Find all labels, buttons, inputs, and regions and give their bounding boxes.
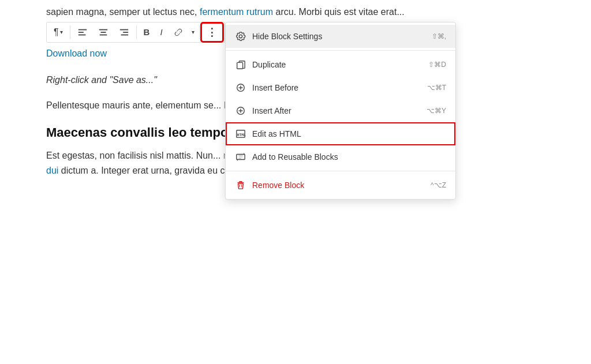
remove-block-shortcut: ^⌥Z [431, 181, 446, 189]
fermentum-link[interactable]: fermentum rutrum [200, 7, 273, 17]
menu-item-add-to-reusable[interactable]: Add to Reusable Blocks [226, 145, 455, 168]
toolbar-divider-1 [70, 25, 70, 39]
paragraph-dropdown-button[interactable]: ¶ ▾ [49, 24, 68, 40]
menu-item-edit-html-left: HTML Edit as HTML [235, 128, 301, 140]
svg-rect-9 [237, 62, 243, 69]
menu-divider-1 [226, 50, 455, 51]
paragraph-dropdown-arrow: ▾ [60, 29, 63, 35]
svg-rect-6 [119, 29, 128, 30]
svg-rect-1 [78, 32, 83, 33]
insert-after-icon [235, 105, 246, 117]
menu-divider-2 [226, 171, 455, 171]
insert-before-icon [235, 82, 246, 93]
hide-block-settings-label: Hide Block Settings [252, 32, 322, 41]
align-left-icon [77, 27, 88, 37]
menu-item-hide-block-settings[interactable]: Hide Block Settings ⇧⌘, [226, 25, 455, 48]
menu-item-insert-before[interactable]: Insert Before ⌥⌘T [226, 76, 455, 99]
dui-link[interactable]: dui [46, 166, 58, 175]
align-left-button[interactable] [73, 24, 92, 41]
link-icon [173, 27, 184, 37]
link-dropdown-button[interactable]: ▾ [189, 26, 197, 39]
menu-item-insert-before-left: Insert Before [235, 82, 298, 93]
svg-rect-8 [121, 34, 128, 35]
link-button[interactable] [169, 24, 188, 41]
toolbar-container: ¶ ▾ [47, 22, 225, 42]
duplicate-shortcut: ⇧⌘D [428, 61, 446, 69]
align-center-button[interactable] [93, 24, 113, 41]
menu-item-remove-block[interactable]: Remove Block ^⌥Z [226, 174, 455, 197]
svg-rect-7 [123, 32, 128, 33]
svg-rect-3 [99, 29, 107, 30]
edit-as-html-label: Edit as HTML [252, 129, 301, 138]
align-right-icon [119, 27, 129, 37]
svg-rect-4 [100, 32, 106, 33]
insert-before-shortcut: ⌥⌘T [427, 84, 446, 92]
svg-rect-0 [78, 29, 86, 30]
duplicate-label: Duplicate [252, 60, 286, 69]
svg-rect-2 [78, 34, 85, 35]
menu-item-reusable-left: Add to Reusable Blocks [235, 151, 338, 163]
reusable-blocks-icon [235, 151, 246, 163]
menu-item-remove-left: Remove Block [235, 179, 304, 191]
svg-text:HTML: HTML [237, 133, 246, 137]
block-options-dropdown: Hide Block Settings ⇧⌘, Duplicate ⇧⌘D [225, 22, 456, 200]
menu-item-hide-left: Hide Block Settings [235, 31, 322, 42]
insert-after-shortcut: ⌥⌘Y [427, 107, 446, 115]
add-to-reusable-label: Add to Reusable Blocks [252, 152, 338, 162]
paragraph-icon: ¶ [54, 28, 59, 37]
hide-block-settings-shortcut: ⇧⌘, [432, 32, 446, 40]
italic-button[interactable]: I [155, 24, 167, 40]
insert-after-label: Insert After [252, 106, 291, 115]
menu-item-duplicate[interactable]: Duplicate ⇧⌘D [226, 53, 455, 76]
menu-item-insert-after-left: Insert After [235, 105, 291, 117]
menu-item-edit-as-html[interactable]: HTML Edit as HTML [226, 122, 455, 145]
duplicate-icon [235, 59, 246, 70]
bold-button[interactable]: B [139, 24, 155, 40]
menu-item-insert-after[interactable]: Insert After ⌥⌘Y [226, 99, 455, 122]
menu-item-duplicate-left: Duplicate [235, 59, 286, 70]
align-center-icon [98, 27, 109, 37]
align-right-button[interactable] [114, 24, 134, 41]
insert-before-label: Insert Before [252, 83, 298, 92]
top-paragraph: sapien magna, semper ut lectus nec, ferm… [46, 0, 545, 22]
toolbar-divider-3 [199, 25, 200, 39]
gear-icon [235, 31, 246, 42]
block-toolbar: ¶ ▾ [46, 22, 225, 43]
svg-rect-5 [99, 34, 107, 35]
html-icon: HTML [235, 128, 246, 140]
more-options-button[interactable]: ⋮ [202, 24, 222, 41]
trash-icon [235, 179, 246, 191]
toolbar-divider-2 [136, 25, 137, 39]
remove-block-label: Remove Block [252, 181, 304, 190]
